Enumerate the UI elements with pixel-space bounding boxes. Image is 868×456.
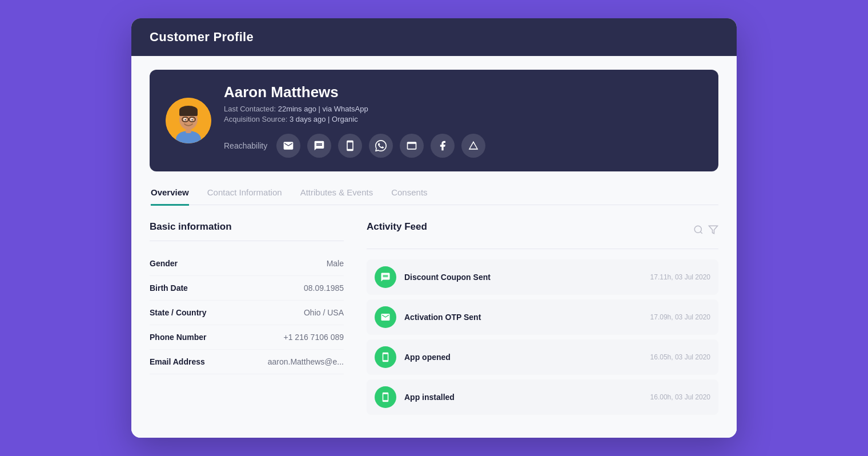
svg-marker-15	[709, 226, 718, 234]
svg-rect-5	[179, 110, 198, 116]
page-title: Customer Profile	[150, 30, 254, 44]
whatsapp-reach-icon[interactable]	[369, 134, 393, 158]
activity-dot-email	[375, 306, 396, 328]
activity-dot-mobile-1	[375, 346, 396, 368]
last-contacted-value: 22mins ago | via WhatsApp	[278, 105, 368, 113]
basic-info-section: Basic information Gender Male Birth Date…	[150, 221, 344, 419]
tab-attributes-events[interactable]: Attributes & Events	[300, 187, 373, 206]
info-row-phone: Phone Number +1 216 7106 089	[150, 325, 344, 350]
last-contacted: Last Contacted: 22mins ago | via WhatsAp…	[224, 105, 702, 113]
tabs: Overview Contact Information Attributes …	[150, 187, 718, 206]
reachability-label: Reachability	[224, 141, 267, 150]
basic-info-divider	[150, 241, 344, 241]
activity-feed-section: Activity Feed	[367, 221, 718, 419]
activity-item-1: Activation OTP Sent 17.09h, 03 Jul 2020	[367, 299, 718, 335]
activity-feed-divider	[367, 249, 718, 249]
profile-name: Aaron Matthews	[224, 83, 702, 101]
filter-icon[interactable]	[708, 225, 718, 237]
mobile-reach-icon[interactable]	[338, 134, 362, 158]
label-gender: Gender	[150, 259, 178, 268]
tab-consents[interactable]: Consents	[391, 187, 427, 206]
activity-item-2: App opened 16.05h, 03 Jul 2020	[367, 339, 718, 375]
value-birth-date: 08.09.1985	[304, 283, 344, 293]
search-icon[interactable]	[693, 225, 704, 237]
activity-feed-header: Activity Feed	[367, 221, 718, 241]
activity-dot-mobile-2	[375, 386, 396, 408]
value-phone: +1 216 7106 089	[284, 333, 344, 342]
label-state-country: State / Country	[150, 308, 207, 317]
tab-contact-information[interactable]: Contact Information	[207, 187, 282, 206]
facebook-reach-icon[interactable]	[431, 134, 455, 158]
profile-banner: Aaron Matthews Last Contacted: 22mins ag…	[150, 70, 718, 171]
svg-point-9	[191, 119, 192, 120]
activity-time-1: 17.09h, 03 Jul 2020	[650, 313, 710, 321]
activity-time-0: 17.11h, 03 Jul 2020	[650, 273, 710, 281]
value-gender: Male	[327, 259, 344, 268]
activity-dot-message	[375, 266, 396, 288]
label-email: Email Address	[150, 357, 205, 366]
activity-filter-icons	[693, 225, 718, 237]
acquisition-value: 3 days ago | Organic	[290, 115, 358, 123]
activity-time-3: 16.00h, 03 Jul 2020	[650, 393, 710, 401]
svg-point-13	[694, 226, 701, 233]
activity-label-0: Discount Coupon Sent	[404, 273, 642, 282]
value-email: aaron.Matthews@e...	[268, 357, 344, 366]
card-header: Customer Profile	[131, 18, 737, 56]
activity-label-1: Activation OTP Sent	[404, 313, 642, 322]
info-row-birth-date: Birth Date 08.09.1985	[150, 276, 344, 301]
email-reach-icon[interactable]	[276, 134, 300, 158]
activity-time-2: 16.05h, 03 Jul 2020	[650, 353, 710, 361]
sms-reach-icon[interactable]	[307, 134, 331, 158]
tab-overview[interactable]: Overview	[151, 187, 189, 206]
label-birth-date: Birth Date	[150, 283, 188, 293]
label-phone: Phone Number	[150, 333, 207, 342]
activity-item-0: Discount Coupon Sent 17.11h, 03 Jul 2020	[367, 259, 718, 295]
value-state-country: Ohio / USA	[304, 308, 344, 317]
avatar	[166, 98, 211, 143]
card-body: Aaron Matthews Last Contacted: 22mins ag…	[131, 56, 737, 438]
acquisition-source: Acquisition Source: 3 days ago | Organic	[224, 115, 702, 123]
reachability-row: Reachability	[224, 134, 702, 158]
basic-info-title: Basic information	[150, 221, 344, 233]
info-row-state-country: State / Country Ohio / USA	[150, 301, 344, 325]
customer-profile-card: Customer Profile	[131, 18, 737, 438]
svg-line-14	[700, 232, 702, 234]
acquisition-label: Acquisition Source:	[224, 115, 287, 123]
svg-point-8	[184, 119, 186, 120]
profile-info: Aaron Matthews Last Contacted: 22mins ag…	[224, 83, 702, 158]
activity-label-3: App installed	[404, 393, 642, 402]
last-contacted-label: Last Contacted:	[224, 105, 276, 113]
browser-reach-icon[interactable]	[400, 134, 424, 158]
info-row-gender: Gender Male	[150, 251, 344, 276]
activity-label-2: App opened	[404, 353, 642, 362]
analytics-reach-icon[interactable]	[461, 134, 485, 158]
activity-item-3: App installed 16.00h, 03 Jul 2020	[367, 379, 718, 415]
info-row-email: Email Address aaron.Matthews@e...	[150, 350, 344, 374]
activity-feed-title: Activity Feed	[367, 221, 427, 233]
content-row: Basic information Gender Male Birth Date…	[150, 221, 718, 419]
